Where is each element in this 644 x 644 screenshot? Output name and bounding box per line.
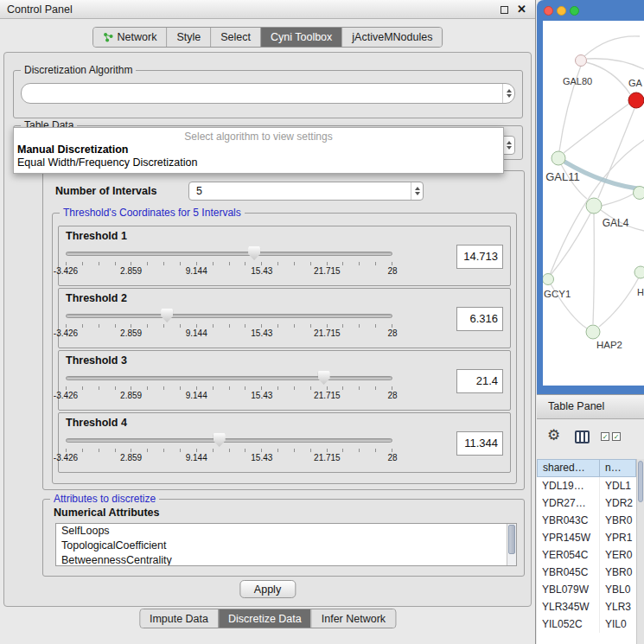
tick-label: -3.426 <box>54 453 78 462</box>
cell[interactable]: YPR1 <box>600 529 636 546</box>
table-scrollbar[interactable] <box>636 459 644 644</box>
select-columns-icon[interactable]: ✓ ✓ <box>601 432 621 441</box>
cell[interactable]: YBR043C <box>537 512 600 529</box>
slider-track[interactable] <box>66 252 392 256</box>
threshold-2-slider[interactable]: -3.426 2.859 9.144 15.43 21.715 28 <box>66 306 392 346</box>
list-item[interactable]: BetweennessCentrality <box>56 553 516 566</box>
threshold-1-slider[interactable]: -3.426 2.859 9.144 15.43 21.715 28 <box>66 244 392 284</box>
table-row[interactable]: YBL079WYBL0 <box>537 581 636 598</box>
table-row[interactable]: YLR345WYLR3 <box>537 598 636 615</box>
slider-thumb[interactable] <box>248 246 260 260</box>
float-window-icon[interactable] <box>501 6 508 14</box>
table-row[interactable]: YDR27…YDR2 <box>537 494 636 512</box>
network-edge[interactable] <box>587 59 644 69</box>
node-hap2[interactable] <box>586 325 600 339</box>
cell[interactable]: YIL052C <box>537 615 600 633</box>
attributes-to-discretize-group: Attributes to discretize Numerical Attri… <box>42 499 525 577</box>
tick-label: 28 <box>387 266 397 276</box>
list-scrollbar[interactable] <box>507 524 516 565</box>
tab-label: Cyni Toolbox <box>271 31 332 43</box>
dropdown-option-equal-width-frequency[interactable]: Equal Width/Frequency Discretization <box>14 156 503 169</box>
node-selected-red[interactable] <box>628 92 644 108</box>
node-gcy1[interactable] <box>543 274 554 285</box>
minimize-traffic-light-icon[interactable] <box>557 6 566 16</box>
table-row[interactable]: YDL19…YDL1 <box>537 477 636 494</box>
cell[interactable]: YDR27… <box>537 494 600 512</box>
table-row[interactable]: YBR043CYBR0 <box>537 512 636 529</box>
slider-track[interactable] <box>66 438 392 443</box>
cell[interactable]: YER0 <box>600 546 636 564</box>
slider-ticks <box>66 324 392 328</box>
slider-thumb[interactable] <box>318 371 330 385</box>
tab-label: Network <box>118 31 157 43</box>
tab-cyni-toolbox[interactable]: Cyni Toolbox <box>260 28 341 47</box>
apply-button[interactable]: Apply <box>239 580 296 598</box>
node-right-low[interactable] <box>634 266 644 278</box>
cell[interactable]: YDR2 <box>600 494 636 512</box>
list-item[interactable]: SelfLoops <box>56 524 516 539</box>
cell[interactable]: YBR045C <box>537 564 600 581</box>
scrollbar-thumb[interactable] <box>638 461 643 502</box>
slider-track[interactable] <box>66 314 392 318</box>
table-row[interactable]: YIL052CYIL0 <box>537 615 636 633</box>
tab-style[interactable]: Style <box>166 28 210 47</box>
close-traffic-light-icon[interactable] <box>544 6 553 16</box>
table-row[interactable]: YBR045CYBR0 <box>537 564 636 581</box>
node-right-mid[interactable] <box>634 187 644 200</box>
algorithm-combo[interactable] <box>21 83 515 104</box>
node-gal4[interactable] <box>586 198 602 214</box>
network-edge[interactable] <box>593 213 594 324</box>
cell[interactable]: YBR0 <box>600 512 636 529</box>
cell[interactable]: YLR3 <box>600 598 636 615</box>
scrollbar-thumb[interactable] <box>508 525 515 554</box>
cell[interactable]: YER054C <box>537 546 600 564</box>
tab-select[interactable]: Select <box>210 28 260 47</box>
threshold-3-slider[interactable]: -3.426 2.859 9.144 15.43 21.715 28 <box>66 368 392 408</box>
slider-thumb[interactable] <box>214 433 226 447</box>
cell[interactable]: YPR145W <box>537 529 600 546</box>
threshold-2-value-field[interactable]: 6.316 <box>456 307 503 331</box>
tab-discretize-data[interactable]: Discretize Data <box>218 609 311 628</box>
zoom-traffic-light-icon[interactable] <box>570 6 579 16</box>
cell[interactable]: YBL0 <box>600 581 636 598</box>
table-row[interactable]: YPR145WYPR1 <box>537 529 636 546</box>
network-edge[interactable] <box>584 36 640 56</box>
network-canvas[interactable]: GAL80 GA GAL11 GAL4 GCY1 HAP2 H <box>543 21 644 386</box>
slider-track[interactable] <box>66 376 392 380</box>
tab-infer-network[interactable]: Infer Network <box>311 609 395 628</box>
network-view-window[interactable]: GAL80 GA GAL11 GAL4 GCY1 HAP2 H <box>537 0 644 394</box>
table-row[interactable]: YER054CYER0 <box>537 546 636 564</box>
cell[interactable]: YDL19… <box>537 477 600 494</box>
numerical-attributes-list[interactable]: SelfLoops TopologicalCoefficient Between… <box>55 523 517 566</box>
threshold-1-value-field[interactable]: 14.713 <box>456 245 503 269</box>
number-of-intervals-combo[interactable]: 5 <box>188 182 424 201</box>
network-edge[interactable] <box>551 212 591 275</box>
cell[interactable]: YBR0 <box>600 564 636 581</box>
tab-impute-data[interactable]: Impute Data <box>140 609 218 628</box>
node-gal11[interactable] <box>552 151 565 165</box>
threshold-3-value-field[interactable]: 21.4 <box>456 369 503 393</box>
cell[interactable]: YIL0 <box>600 615 636 633</box>
network-edge[interactable] <box>599 277 639 327</box>
cell[interactable]: YBL079W <box>537 581 600 598</box>
network-graph[interactable]: GAL80 GA GAL11 GAL4 GCY1 HAP2 H <box>543 21 644 386</box>
tab-jactivemnodules[interactable]: jActiveMNodules <box>341 28 442 47</box>
list-item[interactable]: TopologicalCoefficient <box>56 539 516 553</box>
dropdown-option-manual-discretization[interactable]: Manual Discretization <box>14 143 503 156</box>
columns-icon[interactable] <box>575 430 590 443</box>
close-icon[interactable]: ✕ <box>517 0 526 19</box>
tab-network[interactable]: Network <box>93 28 167 47</box>
threshold-4-slider[interactable]: -3.426 2.859 9.144 15.43 21.715 28 <box>66 430 392 470</box>
slider-thumb[interactable] <box>161 309 173 322</box>
threshold-4-value-field[interactable]: 11.344 <box>456 431 503 456</box>
gear-icon[interactable]: ⚙ <box>547 426 560 444</box>
cell[interactable]: YLR345W <box>537 598 600 615</box>
column-header-name[interactable]: n… <box>600 459 636 477</box>
column-header-shared-name[interactable]: shared… <box>537 459 600 477</box>
tick-label: 2.859 <box>120 391 142 400</box>
cell[interactable]: YDL1 <box>600 477 636 494</box>
network-edge[interactable] <box>586 62 630 94</box>
slider-ticks <box>66 386 392 390</box>
network-edge[interactable] <box>602 194 634 206</box>
node-gal80[interactable] <box>576 55 587 67</box>
